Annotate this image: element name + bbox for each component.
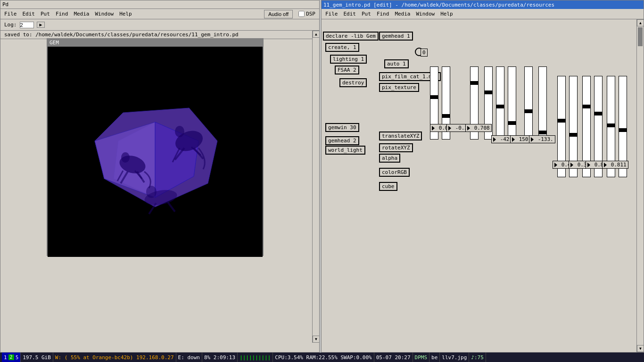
hostname: be bbox=[429, 353, 440, 362]
right-title: 11_gem_intro.pd [edit] - /home/waldek/Do… bbox=[323, 2, 554, 8]
svg-point-6 bbox=[175, 126, 184, 137]
eth-status: E: down bbox=[176, 353, 202, 362]
world-light-object[interactable]: world_light bbox=[325, 146, 365, 155]
wire-layer bbox=[322, 19, 644, 352]
log-toolbar: Log: ► bbox=[0, 19, 319, 31]
audio-off-button[interactable]: Audio off bbox=[264, 10, 293, 18]
network-info: W: ( 55% at Orange-bc42b) 192.168.0.27 bbox=[53, 353, 176, 362]
disk-usage: 197.5 GiB bbox=[21, 353, 53, 362]
menu-help[interactable]: Help bbox=[119, 11, 132, 17]
zoom-level: ♪: 75 bbox=[469, 353, 486, 362]
menu-media[interactable]: Media bbox=[74, 11, 89, 17]
left-scrollbar[interactable]: ▲ ▼ bbox=[312, 31, 319, 343]
right-menu-edit[interactable]: Edit bbox=[344, 11, 356, 17]
dsp-checkbox-input[interactable] bbox=[298, 11, 305, 17]
menu-find[interactable]: Find bbox=[56, 11, 68, 17]
statusbar: 1 2 5 197.5 GiB W: ( 55% at Orange-bc42b… bbox=[0, 353, 644, 362]
right-panel: 11_gem_intro.pd [edit] - /home/waldek/Do… bbox=[321, 0, 644, 353]
menu-file[interactable]: File bbox=[4, 11, 17, 17]
cube-object[interactable]: cube bbox=[379, 182, 397, 191]
menu-edit[interactable]: Edit bbox=[23, 11, 35, 17]
slider-v-5[interactable] bbox=[496, 66, 504, 140]
slider-v-7[interactable] bbox=[524, 66, 533, 140]
destroy-object[interactable]: destroy bbox=[339, 78, 367, 87]
left-panel: Pd File Edit Put Find Media Window Help … bbox=[0, 0, 320, 353]
log-label: Log: bbox=[4, 22, 17, 28]
perf-stats: CPU:3.54% RAM:22.55% SWAP:0.00% bbox=[273, 353, 374, 362]
right-scroll-down[interactable]: ▼ bbox=[637, 345, 644, 352]
gem-canvas bbox=[48, 47, 263, 257]
log-input[interactable] bbox=[20, 22, 34, 28]
menu-window[interactable]: Window bbox=[95, 11, 114, 17]
right-menubar: File Edit Put Find Media Window Help bbox=[322, 9, 644, 19]
svg-point-18 bbox=[146, 186, 157, 198]
lighting-object[interactable]: lighting 1 bbox=[330, 55, 367, 64]
cpu-time: 8% 2:09:13 bbox=[202, 353, 238, 362]
colorrgb-object[interactable]: colorRGB bbox=[379, 168, 410, 177]
audio-meters: |||||||||| bbox=[238, 353, 273, 362]
auto-object[interactable]: auto 1 bbox=[384, 59, 409, 68]
number-val6[interactable]: -133. bbox=[529, 135, 555, 143]
declare-object[interactable]: declare -lib Gem bbox=[323, 32, 379, 41]
right-menu-help[interactable]: Help bbox=[440, 11, 453, 17]
left-menubar: File Edit Put Find Media Window Help Aud… bbox=[0, 9, 319, 19]
left-title: Pd bbox=[2, 1, 8, 8]
gem-render bbox=[48, 47, 263, 257]
right-scroll-up[interactable]: ▲ bbox=[637, 19, 644, 26]
workspace-indicator: 1 2 5 bbox=[2, 353, 21, 362]
log-arrow-button[interactable]: ► bbox=[37, 22, 45, 28]
right-menu-media[interactable]: Media bbox=[395, 11, 410, 17]
gemwin-object[interactable]: gemwin 30 bbox=[325, 123, 359, 132]
alpha-object[interactable]: alpha bbox=[379, 154, 400, 163]
dsp-label: DSP bbox=[306, 11, 315, 17]
slider-v-6[interactable] bbox=[508, 66, 516, 140]
right-titlebar: 11_gem_intro.pd [edit] - /home/waldek/Do… bbox=[322, 0, 644, 9]
svg-point-12 bbox=[121, 152, 130, 163]
bang-value[interactable]: 0 bbox=[421, 49, 428, 57]
pd-canvas[interactable]: declare -lib Gem gemhead 1 create, 1 lig… bbox=[322, 19, 644, 352]
right-menu-find[interactable]: Find bbox=[377, 11, 389, 17]
right-scrollbar[interactable]: ▲ ▼ bbox=[636, 19, 644, 352]
gem-window: GEM bbox=[47, 38, 264, 256]
number-val10[interactable]: 0.811 bbox=[602, 161, 628, 169]
right-menu-file[interactable]: File bbox=[325, 11, 338, 17]
dpms-indicator: DPMS bbox=[413, 353, 430, 362]
dsp-toggle[interactable]: DSP bbox=[298, 11, 315, 17]
rotatexyz-object[interactable]: rotateXYZ bbox=[379, 143, 413, 152]
fsaa-object[interactable]: FSAA 2 bbox=[335, 66, 359, 74]
display-name: llv7.jpg bbox=[440, 353, 469, 362]
gem-title: GEM bbox=[48, 39, 263, 47]
number-val3[interactable]: 0.708 bbox=[465, 124, 492, 132]
translatexyz-object[interactable]: translateXYZ bbox=[379, 132, 422, 140]
scroll-up-button[interactable]: ▲ bbox=[313, 31, 320, 38]
datetime: 05-07 20:27 bbox=[374, 353, 413, 362]
gemhead1-object[interactable]: gemhead 1 bbox=[379, 32, 413, 41]
right-menu-window[interactable]: Window bbox=[416, 11, 435, 17]
pix-texture-object[interactable]: pix_texture bbox=[379, 83, 419, 92]
scroll-down-button[interactable]: ▼ bbox=[313, 336, 320, 343]
create-object[interactable]: create, 1 bbox=[325, 43, 359, 52]
right-menu-put[interactable]: Put bbox=[362, 11, 371, 17]
menu-put[interactable]: Put bbox=[41, 11, 50, 17]
slider-v-8[interactable] bbox=[538, 66, 547, 140]
status-text: saved to: /home/waldek/Documents/classes… bbox=[4, 32, 239, 38]
left-titlebar: Pd bbox=[0, 0, 319, 9]
gemhead2-object[interactable]: gemhead 2 bbox=[325, 136, 359, 145]
